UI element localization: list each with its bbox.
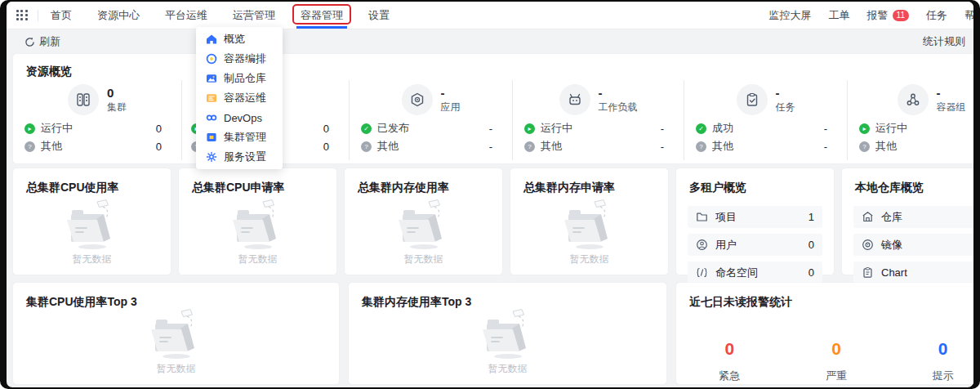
nav-item-tasks[interactable]: 任务 [925, 2, 948, 29]
tenant-overview-card: 多租户概览 项目1 用户0 命名空间0 [676, 168, 834, 275]
empty-state: 暂无数据 [179, 195, 336, 266]
cluster-mgmt-icon [206, 132, 217, 143]
alarm-col-hint: 0 提示 [889, 339, 973, 383]
empty-folder-illustration [387, 195, 461, 251]
nav-item-operation-mgmt[interactable]: 运营管理 [232, 2, 276, 29]
alarm-count-badge: 11 [893, 10, 909, 21]
refresh-icon [24, 37, 35, 47]
menu-item-artifact-repo[interactable]: 制品仓库 [196, 69, 283, 88]
chart-title: 总集群内存申请率 [510, 168, 668, 195]
devops-icon [206, 112, 217, 123]
critical-count: 0 [676, 339, 783, 359]
stat-value: - [776, 86, 795, 101]
app-icon [402, 84, 433, 115]
resource-overview-card: 资源概览 0集群 ▸运行中0 ?其他0 ▸运行中0 ?其他0 [13, 54, 973, 163]
chart-card-mem-usage: 总集群内存使用率 暂无数据 [345, 168, 502, 275]
alarm-statistics-card: 近七日未读报警统计 0 紧急 0 严重 0 提示 [676, 283, 973, 384]
list-item-namespace[interactable]: 命名空间0 [688, 262, 822, 284]
nav-item-alarm[interactable]: 报警 11 [866, 2, 910, 29]
hint-label: 提示 [889, 369, 973, 383]
running-status-icon: ▸ [524, 123, 535, 134]
alarm-title: 近七日未读报警统计 [676, 283, 973, 310]
list-item-image[interactable]: 镜像0 [853, 234, 973, 256]
severe-label: 严重 [783, 369, 890, 383]
running-status-icon: ▸ [859, 123, 870, 134]
list-item-user[interactable]: 用户0 [688, 234, 822, 256]
alarm-col-critical: 0 紧急 [676, 339, 783, 383]
stat-value: - [599, 86, 638, 101]
alarm-stats: 0 紧急 0 严重 0 提示 [676, 339, 973, 383]
status-row: ?其他0 [13, 137, 181, 155]
empty-state: 暂无数据 [345, 195, 502, 266]
empty-text: 暂无数据 [488, 362, 528, 376]
nav-divider [38, 10, 38, 21]
status-row: ?其他- [350, 137, 512, 155]
empty-state: 暂无数据 [349, 305, 666, 376]
other-status-icon: ? [696, 141, 706, 152]
nav-item-help[interactable]: 帮助 [964, 2, 973, 29]
warehouse-icon [862, 211, 874, 223]
menu-item-container-ops[interactable]: 容器运维 [196, 88, 283, 108]
nav-item-monitor-screen[interactable]: 监控大屏 [768, 2, 813, 29]
chart-card-cpu-usage: 总集群CPU使用率 暂无数据 [13, 168, 171, 275]
empty-text: 暂无数据 [73, 253, 112, 266]
status-row: ▸运行中0 [13, 119, 181, 137]
overview-icon [206, 34, 217, 45]
stat-col-cluster: 0集群 ▸运行中0 ?其他0 [13, 80, 182, 160]
nav-item-container-mgmt[interactable]: 容器管理 [300, 2, 344, 29]
success-status-icon: ✓ [696, 123, 706, 134]
nav-item-settings[interactable]: 设置 [368, 2, 390, 29]
stat-label: 集群 [107, 101, 127, 114]
menu-item-devops[interactable]: DevOps [196, 108, 283, 127]
status-row: ▸运行中- [848, 119, 973, 137]
menu-item-cluster-mgmt[interactable]: 集群管理 [196, 127, 283, 147]
service-settings-icon [206, 151, 217, 163]
published-status-icon: ✓ [361, 123, 372, 134]
orchestration-icon [206, 53, 217, 65]
user-icon [696, 239, 708, 251]
other-status-icon: ? [361, 141, 372, 152]
chart-card-mem-top3: 集群内存使用率Top 3 暂无数据 [349, 283, 666, 384]
empty-folder-illustration [140, 305, 213, 360]
empty-folder-illustration [221, 195, 295, 251]
menu-item-service-settings[interactable]: 服务设置 [196, 147, 283, 167]
stat-col-application: -应用 ✓已发布- ?其他- [350, 80, 513, 160]
stat-value: - [441, 86, 461, 101]
empty-state: 暂无数据 [510, 195, 668, 266]
refresh-button[interactable]: 刷新 [24, 34, 60, 49]
critical-label: 紧急 [676, 369, 783, 383]
list-item-chart[interactable]: Chart0 [853, 262, 973, 284]
nav-item-home[interactable]: 首页 [50, 2, 73, 29]
empty-text: 暂无数据 [404, 253, 443, 266]
app-launcher-icon[interactable] [16, 10, 28, 21]
empty-text: 暂无数据 [157, 362, 196, 376]
hint-count: 0 [889, 339, 973, 359]
project-folder-icon [696, 211, 708, 223]
list-item-warehouse[interactable]: 仓库0 [853, 206, 973, 228]
task-icon [737, 84, 768, 115]
menu-item-orchestration[interactable]: 容器编排 [196, 49, 283, 69]
alarm-col-severe: 0 严重 [783, 339, 890, 383]
status-row: ?其他- [684, 137, 847, 155]
nav-item-platform-ops[interactable]: 平台运维 [164, 2, 208, 29]
artifact-repo-icon [206, 73, 217, 84]
repo-overview-card: 本地仓库概览 仓库0 镜像0 Chart0 [842, 168, 973, 275]
chart-card-cpu-request: 总集群CPU申请率 暂无数据 [179, 168, 336, 275]
chart-icon [862, 266, 874, 279]
nav-right-menu: 监控大屏 工单 报警 11 任务 帮助 [753, 2, 973, 29]
pods-icon [898, 84, 929, 115]
status-row: ▸运行中- [513, 119, 684, 137]
nav-item-work-order[interactable]: 工单 [828, 2, 851, 29]
stat-col-pods: -容器组 ▸运行中- ?其他- [848, 80, 973, 160]
other-status-icon: ? [24, 141, 35, 152]
stat-value: - [937, 86, 966, 101]
nav-item-resource-center[interactable]: 资源中心 [96, 2, 140, 29]
tenant-title: 多租户概览 [676, 168, 834, 195]
chart-card-mem-request: 总集群内存申请率 暂无数据 [510, 168, 668, 275]
repo-title: 本地仓库概览 [842, 168, 973, 195]
chart-title: 总集群CPU使用率 [13, 168, 171, 195]
menu-item-overview[interactable]: 概览 [196, 29, 283, 49]
list-item-project[interactable]: 项目1 [688, 206, 822, 228]
statistics-rule-link[interactable]: 统计规则 [923, 34, 965, 49]
refresh-label: 刷新 [39, 34, 60, 49]
